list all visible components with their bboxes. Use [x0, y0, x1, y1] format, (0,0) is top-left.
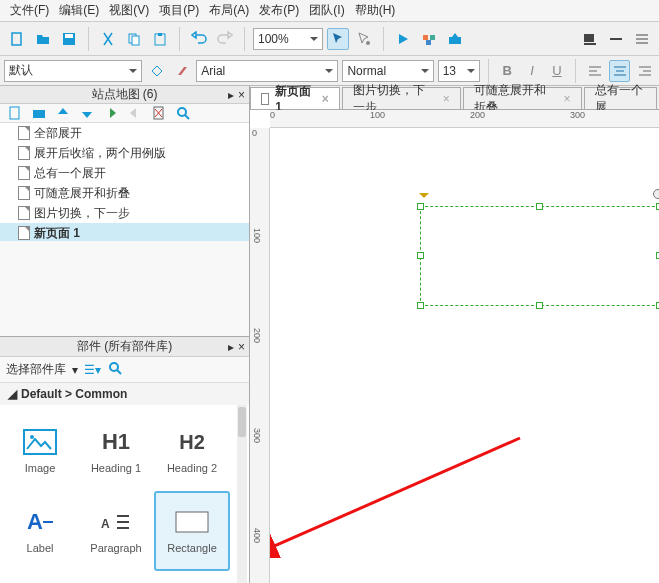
image-widget-icon: [22, 428, 58, 456]
open-folder-icon[interactable]: [32, 28, 54, 50]
cut-icon[interactable]: [97, 28, 119, 50]
sitemap-spacer: [0, 241, 249, 336]
menu-publish[interactable]: 发布(P): [255, 0, 303, 21]
sitemap-panel-header[interactable]: 站点地图 (6) ▸×: [0, 86, 249, 104]
menu-edit[interactable]: 编辑(E): [55, 0, 103, 21]
move-up-icon[interactable]: [54, 104, 72, 122]
tree-item[interactable]: 全部展开: [0, 123, 249, 143]
ruler-tick: 300: [252, 428, 262, 443]
align-center-icon[interactable]: [609, 60, 630, 82]
resize-handle-w[interactable]: [417, 252, 424, 259]
copy-icon[interactable]: [123, 28, 145, 50]
zoom-combo[interactable]: 100%: [253, 28, 323, 50]
svg-rect-0: [12, 33, 21, 45]
tab[interactable]: 新页面 1×: [250, 87, 340, 109]
widget-image[interactable]: Image: [2, 411, 78, 491]
left-sidebar: 站点地图 (6) ▸× 全部展开 展开后收缩，两个用例版 总有一个展开 可随意展…: [0, 86, 250, 583]
font-combo[interactable]: Arial: [196, 60, 338, 82]
widget-scrollbar[interactable]: [237, 405, 247, 583]
connect-mode-icon[interactable]: [353, 28, 375, 50]
close-tab-icon[interactable]: ×: [322, 92, 329, 106]
select-library-label: 选择部件库: [6, 361, 66, 378]
panel-collapse-icon[interactable]: ▸: [228, 88, 234, 102]
widget-paragraph[interactable]: A Paragraph: [78, 491, 154, 571]
outdent-icon[interactable]: [102, 104, 120, 122]
undo-icon[interactable]: [188, 28, 210, 50]
ruler-tick: 200: [470, 110, 485, 120]
select-mode-icon[interactable]: [327, 28, 349, 50]
paint-format-icon[interactable]: [146, 60, 167, 82]
panel-close-icon[interactable]: ×: [238, 88, 245, 102]
widget-placeholder[interactable]: [2, 571, 78, 583]
tree-item-label: 图片切换，下一步: [34, 205, 130, 222]
search-widgets-icon[interactable]: [107, 360, 123, 379]
menu-icon[interactable]: ☰▾: [84, 363, 101, 377]
align-left-icon[interactable]: [584, 60, 605, 82]
fill-dropdown-icon[interactable]: [579, 28, 601, 50]
widget-rectangle[interactable]: Rectangle: [154, 491, 230, 571]
align-right-icon[interactable]: [634, 60, 655, 82]
search-sitemap-icon[interactable]: [174, 104, 192, 122]
underline-icon[interactable]: U: [546, 60, 567, 82]
close-tab-icon[interactable]: ×: [564, 92, 571, 106]
move-down-icon[interactable]: [78, 104, 96, 122]
widget-heading2[interactable]: H2 Heading 2: [154, 411, 230, 491]
menu-layout[interactable]: 布局(A): [205, 0, 253, 21]
delete-page-icon[interactable]: [150, 104, 168, 122]
share-icon[interactable]: [418, 28, 440, 50]
add-page-icon[interactable]: [6, 104, 24, 122]
new-file-icon[interactable]: [6, 28, 28, 50]
tab[interactable]: 总有一个展: [584, 87, 657, 109]
paste-icon[interactable]: [149, 28, 171, 50]
line-dropdown-icon[interactable]: [605, 28, 627, 50]
indent-icon[interactable]: [126, 104, 144, 122]
selected-rectangle[interactable]: [420, 206, 659, 306]
menu-file[interactable]: 文件(F): [6, 0, 53, 21]
linewidth-dropdown-icon[interactable]: [631, 28, 653, 50]
widget-heading1[interactable]: H1 Heading 1: [78, 411, 154, 491]
widget-label: Heading 1: [91, 462, 141, 474]
resize-handle-nw[interactable]: [417, 203, 424, 210]
preview-icon[interactable]: [392, 28, 414, 50]
rotate-handle[interactable]: [653, 189, 659, 199]
tree-item[interactable]: 展开后收缩，两个用例版: [0, 143, 249, 163]
panel-collapse-icon[interactable]: ▸: [228, 340, 234, 354]
svg-rect-2: [65, 34, 73, 38]
resize-handle-s[interactable]: [536, 302, 543, 309]
clean-format-icon[interactable]: [171, 60, 192, 82]
close-tab-icon[interactable]: ×: [443, 92, 450, 106]
panel-close-icon[interactable]: ×: [238, 340, 245, 354]
widgets-panel-header[interactable]: 部件 (所有部件库) ▸×: [0, 337, 249, 357]
rectangle-widget-icon: [174, 508, 210, 536]
bold-icon[interactable]: B: [497, 60, 518, 82]
italic-icon[interactable]: I: [522, 60, 543, 82]
svg-point-7: [366, 41, 370, 45]
page-icon: [18, 146, 30, 160]
save-icon[interactable]: [58, 28, 80, 50]
menu-team[interactable]: 团队(I): [305, 0, 348, 21]
style-combo[interactable]: 默认: [4, 60, 142, 82]
tree-item[interactable]: 总有一个展开: [0, 163, 249, 183]
tab[interactable]: 图片切换，下一步×: [342, 87, 461, 109]
resize-handle-n[interactable]: [536, 203, 543, 210]
tab[interactable]: 可随意展开和折叠×: [463, 87, 582, 109]
menu-help[interactable]: 帮助(H): [351, 0, 400, 21]
add-folder-icon[interactable]: [30, 104, 48, 122]
scrollbar-thumb[interactable]: [238, 407, 246, 437]
widget-label[interactable]: A Label: [2, 491, 78, 571]
menu-project[interactable]: 项目(P): [155, 0, 203, 21]
menu-view[interactable]: 视图(V): [105, 0, 153, 21]
format-toolbar: 默认 Arial Normal 13 B I U: [0, 56, 659, 86]
redo-icon[interactable]: [214, 28, 236, 50]
tree-item[interactable]: 图片切换，下一步: [0, 203, 249, 223]
corner-marker-icon[interactable]: [419, 193, 429, 203]
resize-handle-sw[interactable]: [417, 302, 424, 309]
widget-category[interactable]: ◢Default > Common: [0, 383, 249, 405]
font-size-combo[interactable]: 13: [438, 60, 480, 82]
dropdown-icon[interactable]: ▾: [72, 363, 78, 377]
tree-item[interactable]: 可随意展开和折叠: [0, 183, 249, 203]
canvas-stage[interactable]: [270, 128, 659, 583]
font-weight-combo[interactable]: Normal: [342, 60, 433, 82]
publish-icon[interactable]: [444, 28, 466, 50]
tree-item[interactable]: 新页面 1: [0, 223, 249, 241]
